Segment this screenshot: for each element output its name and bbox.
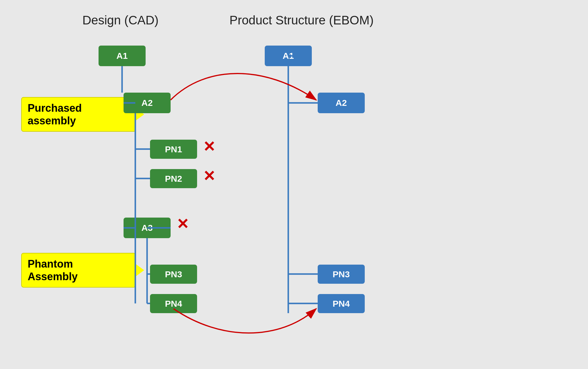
ebom-node-a1: A1 — [265, 46, 312, 66]
red-x-a3: ✕ — [176, 216, 189, 233]
ebom-node-pn3: PN3 — [318, 265, 365, 284]
cad-node-a1: A1 — [99, 46, 146, 66]
ebom-node-pn4: PN4 — [318, 294, 365, 313]
cad-node-pn2: PN2 — [150, 169, 197, 188]
callout-phantom: PhantomAssembly — [21, 253, 136, 288]
cad-node-pn3: PN3 — [150, 265, 197, 284]
cad-node-a3: A3 — [124, 218, 171, 238]
cad-node-a2: A2 — [124, 93, 171, 113]
red-x-pn1: ✕ — [203, 138, 215, 155]
title-cad: Design (CAD) — [82, 13, 159, 27]
diagram-container: Design (CAD) Product Structure (EBOM) Pu… — [0, 0, 588, 369]
ebom-node-a2: A2 — [318, 93, 365, 113]
red-x-pn2: ✕ — [203, 168, 215, 185]
cad-node-pn1: PN1 — [150, 140, 197, 159]
title-ebom: Product Structure (EBOM) — [229, 13, 374, 27]
callout-purchased: Purchasedassembly — [21, 97, 136, 132]
cad-node-pn4: PN4 — [150, 294, 197, 313]
